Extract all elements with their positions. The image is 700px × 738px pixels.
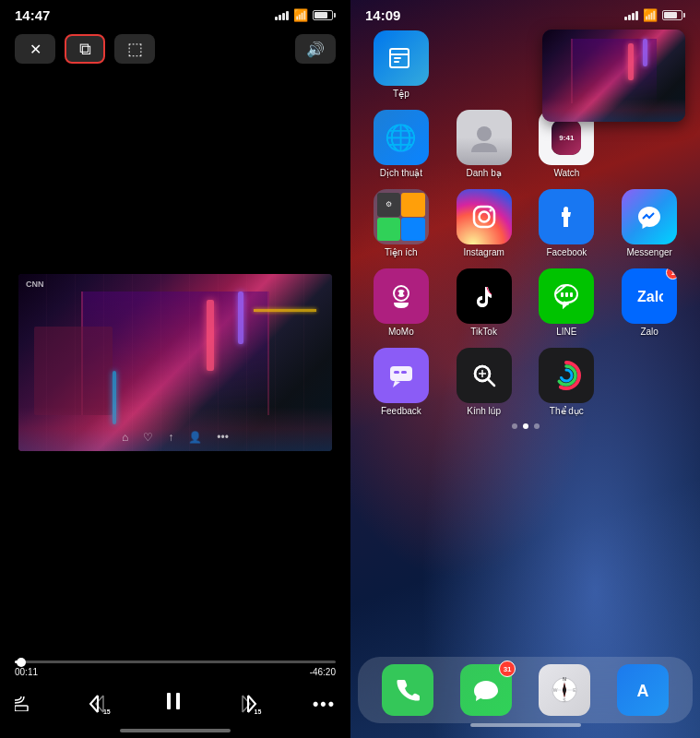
dock-safari[interactable]: N S W E: [539, 664, 590, 716]
close-button[interactable]: ✕: [15, 34, 55, 64]
zalo-label: Zalo: [640, 327, 658, 337]
remaining-time: -46:20: [310, 667, 336, 677]
svg-point-1: [15, 710, 17, 712]
right-signal-icon: [624, 11, 638, 20]
svg-text:W: W: [553, 687, 558, 693]
theduc-label: Thể dục: [550, 406, 584, 416]
pip-window[interactable]: [542, 30, 685, 122]
app-danh[interactable]: Danh bạ: [445, 110, 524, 178]
person-overlay-icon: 👤: [188, 431, 202, 444]
svg-point-11: [479, 212, 489, 222]
app-tep[interactable]: Tệp: [362, 30, 441, 99]
svg-marker-22: [393, 381, 400, 387]
volume-icon: 🔊: [306, 41, 325, 58]
progress-section: 00:11 -46:20: [0, 653, 350, 686]
danh-label: Danh bạ: [467, 168, 502, 178]
svg-rect-2: [167, 693, 171, 709]
video-area: CNN ⌂ ♡ ↑ 👤 •••: [0, 71, 350, 653]
momo-label: MoMo: [388, 327, 414, 337]
app-line[interactable]: LINE: [528, 268, 607, 337]
svg-text:Zalo: Zalo: [637, 289, 663, 304]
dot-3[interactable]: [534, 423, 540, 429]
dich-icon: 🌐: [374, 110, 429, 165]
danh-icon: [457, 110, 512, 165]
signal-icon: [275, 11, 289, 20]
close-icon: ✕: [30, 41, 42, 58]
svg-text:N: N: [563, 676, 566, 682]
tiktok-label: TikTok: [470, 327, 497, 337]
right-home-indicator: [470, 723, 581, 727]
line-icon: [539, 268, 594, 324]
face-icon: [539, 189, 594, 244]
svg-rect-5: [394, 57, 401, 59]
app-facebook[interactable]: Facebook: [528, 189, 607, 257]
rotate-icon: ⬚: [127, 39, 143, 59]
volume-button[interactable]: 🔊: [295, 34, 336, 64]
skip-back-button[interactable]: 15: [85, 691, 111, 717]
app-instagram[interactable]: Instagram: [445, 189, 524, 257]
dock-appstore[interactable]: A: [617, 664, 669, 716]
svg-point-12: [489, 209, 492, 212]
app-kinh[interactable]: Kính lúp: [445, 348, 524, 416]
watch-label: Watch: [553, 168, 579, 178]
svg-rect-23: [394, 371, 399, 374]
battery-icon: [313, 10, 336, 20]
svg-rect-3: [176, 693, 180, 709]
progress-fill: [15, 661, 21, 663]
tiktok-icon: [457, 268, 512, 324]
dot-1[interactable]: [512, 423, 517, 429]
app-messenger[interactable]: Messenger: [610, 189, 689, 257]
line-label: LINE: [556, 327, 576, 337]
cast-button[interactable]: [15, 696, 33, 711]
wifi-icon: 📶: [293, 8, 308, 22]
right-battery-icon: [662, 10, 685, 20]
svg-rect-21: [390, 366, 412, 381]
dot-2[interactable]: [523, 423, 528, 429]
right-status-bar: 14:09 📶: [350, 0, 700, 27]
video-thumbnail[interactable]: CNN ⌂ ♡ ↑ 👤 •••: [18, 274, 332, 451]
insta-label: Instagram: [463, 247, 504, 257]
rotate-button[interactable]: ⬚: [114, 34, 155, 64]
app-dich[interactable]: 🌐 Dịch thuật: [362, 110, 441, 178]
left-panel: 14:47 📶 ✕ ⧉ ⬚: [0, 0, 350, 738]
app-tiktok[interactable]: TikTok: [445, 268, 524, 337]
left-time: 14:47: [15, 7, 50, 23]
app-momo[interactable]: MoMo: [362, 268, 441, 337]
right-status-icons: 📶: [624, 8, 685, 22]
right-time: 14:09: [365, 7, 400, 23]
dock-messages[interactable]: 31: [460, 664, 512, 716]
skip-forward-label: 15: [255, 708, 262, 715]
svg-rect-17: [561, 292, 564, 297]
zalo-badge: 1: [666, 268, 677, 280]
dich-label: Dịch thuật: [380, 168, 422, 178]
tien-label: Tiện ích: [385, 247, 418, 257]
more-button[interactable]: •••: [313, 695, 336, 714]
feedback-label: Feedback: [381, 406, 421, 416]
svg-line-27: [488, 379, 494, 386]
feedback-icon: [374, 348, 429, 403]
app-feedback[interactable]: Feedback: [362, 348, 441, 416]
app-tien[interactable]: ⚙ Tiện ích: [362, 189, 441, 257]
progress-bar[interactable]: [15, 661, 336, 663]
dock: 31 N S W E: [358, 657, 693, 723]
app-zalo[interactable]: Zalo 1 Zalo: [610, 268, 689, 337]
pause-button[interactable]: [162, 690, 184, 718]
skip-forward-button[interactable]: 15: [235, 691, 261, 717]
share-overlay-icon: ↑: [168, 431, 173, 444]
video-content: [18, 274, 332, 451]
page-dots: [358, 416, 693, 436]
heart-overlay-icon: ♡: [143, 431, 153, 444]
controls-bar: ✕ ⧉ ⬚ 🔊: [0, 27, 350, 71]
messages-badge: 31: [499, 661, 516, 677]
dock-phone[interactable]: [382, 664, 433, 716]
home-overlay-icon: ⌂: [122, 431, 128, 444]
video-channel-label: CNN: [26, 280, 44, 289]
kinh-icon: [457, 348, 512, 403]
svg-point-16: [403, 292, 407, 295]
app-theduc[interactable]: Thể dục: [528, 348, 607, 416]
time-row: 00:11 -46:20: [15, 667, 336, 683]
tep-label: Tệp: [393, 89, 409, 99]
pip-button[interactable]: ⧉: [65, 34, 105, 64]
more-overlay-icon: •••: [217, 431, 229, 444]
zalo-icon: Zalo 1: [622, 268, 677, 324]
